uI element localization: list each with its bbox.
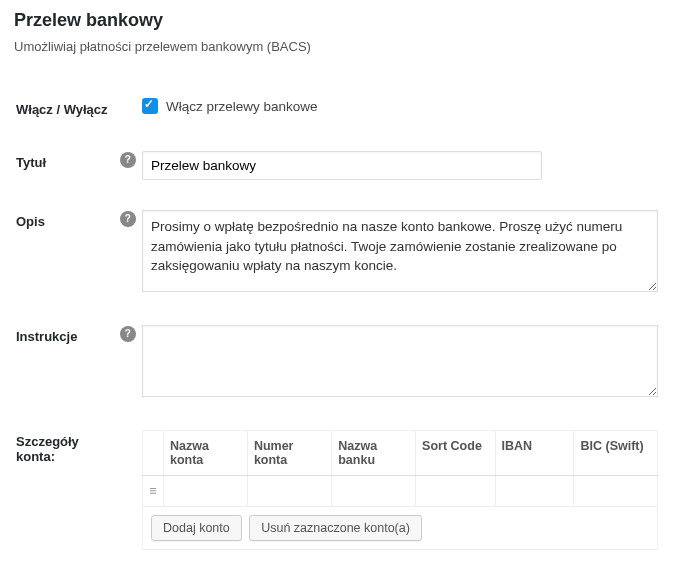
enable-checkbox-label[interactable]: Włącz przelewy bankowe: [142, 98, 318, 114]
help-icon[interactable]: ?: [120, 152, 136, 168]
add-account-button[interactable]: Dodaj konto: [151, 515, 242, 541]
sort-column-header: [143, 431, 164, 476]
col-bank-name: Nazwa banku: [332, 431, 416, 476]
cell-bank-name[interactable]: [332, 476, 416, 507]
col-bic: BIC (Swift): [574, 431, 658, 476]
title-label: Tytuł: [16, 137, 118, 194]
enable-checkbox[interactable]: [142, 98, 158, 114]
instructions-label: Instrukcje: [16, 311, 118, 414]
settings-form: Włącz / Wyłącz Włącz przelewy bankowe Ty…: [14, 82, 660, 566]
col-sort-code: Sort Code: [416, 431, 495, 476]
description-textarea[interactable]: [142, 210, 658, 292]
remove-account-button[interactable]: Usuń zaznaczone konto(a): [249, 515, 422, 541]
title-input[interactable]: [142, 151, 542, 180]
cell-bic[interactable]: [574, 476, 658, 507]
cell-account-number[interactable]: [247, 476, 331, 507]
table-row: ≡: [143, 476, 658, 507]
accounts-label: Szczegóły konta:: [16, 416, 118, 564]
accounts-table: Nazwa konta Numer konta Nazwa banku Sort…: [142, 430, 658, 550]
cell-iban[interactable]: [495, 476, 574, 507]
help-icon[interactable]: ?: [120, 211, 136, 227]
col-account-name: Nazwa konta: [163, 431, 247, 476]
drag-handle-icon[interactable]: ≡: [143, 476, 164, 507]
enable-label: Włącz / Wyłącz: [16, 84, 118, 135]
page-subtitle: Umożliwiaj płatności przelewem bankowym …: [14, 39, 660, 54]
page-title: Przelew bankowy: [14, 10, 660, 31]
description-label: Opis: [16, 196, 118, 309]
col-iban: IBAN: [495, 431, 574, 476]
col-account-number: Numer konta: [247, 431, 331, 476]
instructions-textarea[interactable]: [142, 325, 658, 397]
help-icon[interactable]: ?: [120, 326, 136, 342]
cell-account-name[interactable]: [163, 476, 247, 507]
cell-sort-code[interactable]: [416, 476, 495, 507]
enable-checkbox-text: Włącz przelewy bankowe: [166, 99, 318, 114]
